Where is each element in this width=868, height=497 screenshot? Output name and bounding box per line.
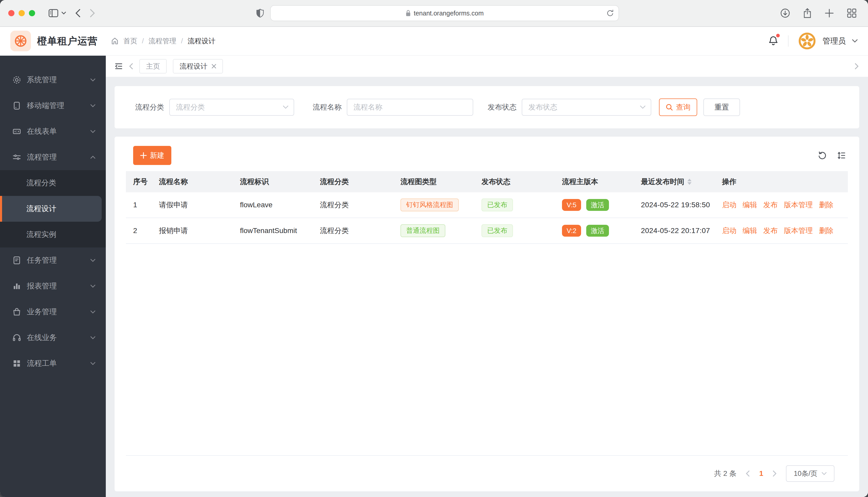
col-published-at[interactable]: 最近发布时间 xyxy=(641,177,722,187)
sidebar-item-report[interactable]: 报表管理 xyxy=(0,273,106,299)
app-logo xyxy=(10,31,31,51)
menu-fold-icon[interactable] xyxy=(114,62,123,70)
plus-icon xyxy=(140,152,147,159)
action-publish-link[interactable]: 发布 xyxy=(763,200,778,210)
col-actions: 操作 xyxy=(722,177,848,187)
chevron-down-icon xyxy=(90,79,95,82)
col-index: 序号 xyxy=(126,177,159,187)
cell-category: 流程分类 xyxy=(320,226,400,236)
url-bar[interactable]: tenant.orangeforms.com xyxy=(270,5,619,21)
sidebar-item-task[interactable]: 任务管理 xyxy=(0,247,106,273)
breadcrumb-home[interactable]: 首页 xyxy=(123,36,137,46)
action-edit-link[interactable]: 编辑 xyxy=(743,200,757,210)
sidebar-item-flow-workorder[interactable]: 流程工单 xyxy=(0,351,106,377)
cell-published-at: 2024-05-22 20:17:07 xyxy=(641,227,722,235)
action-edit-link[interactable]: 编辑 xyxy=(743,226,757,236)
sort-carets-icon[interactable] xyxy=(687,179,691,185)
sidebar-item-flow-category[interactable]: 流程分类 xyxy=(0,170,106,196)
sidebar-item-online-business[interactable]: 在线业务 xyxy=(0,325,106,351)
minimize-window-button[interactable] xyxy=(18,10,25,16)
next-page-icon[interactable] xyxy=(773,470,777,477)
header-divider xyxy=(788,35,788,47)
traffic-lights xyxy=(8,10,35,16)
diagram-type-tag: 普通流程图 xyxy=(400,224,445,237)
table-empty-space xyxy=(126,244,848,455)
sidebar-item-online-form[interactable]: 在线表单 xyxy=(0,118,106,144)
action-start-link[interactable]: 启动 xyxy=(722,200,736,210)
refresh-icon[interactable] xyxy=(818,151,827,160)
action-start-link[interactable]: 启动 xyxy=(722,226,736,236)
notification-bell-icon[interactable] xyxy=(768,35,779,47)
filter-name-input[interactable] xyxy=(347,99,473,115)
user-menu-chevron-icon[interactable] xyxy=(852,39,858,43)
sidebar-item-mobile[interactable]: 移动端管理 xyxy=(0,93,106,118)
status-tag: 已发布 xyxy=(481,224,513,237)
sidebar-item-flow-instance[interactable]: 流程实例 xyxy=(0,222,106,247)
action-publish-link[interactable]: 发布 xyxy=(763,226,778,236)
sidebar-item-system[interactable]: 系统管理 xyxy=(0,67,106,93)
filter-category-select[interactable] xyxy=(169,99,294,116)
breadcrumb-separator: / xyxy=(142,37,144,45)
filter-status-input[interactable] xyxy=(522,99,651,115)
user-name[interactable]: 管理员 xyxy=(823,36,846,46)
chevron-down-icon xyxy=(90,130,95,133)
pagination-total: 共 2 条 xyxy=(714,469,736,479)
filter-panel: 流程分类 流程名称 发布状 xyxy=(114,86,859,128)
sidebar-menu-chevron-icon[interactable] xyxy=(61,12,66,15)
page-size-value: 10条/页 xyxy=(794,469,817,478)
tab-home[interactable]: 主页 xyxy=(139,59,167,73)
downloads-icon[interactable] xyxy=(780,8,790,18)
chevron-down-icon xyxy=(90,362,95,365)
tab-overview-icon[interactable] xyxy=(847,8,857,18)
reset-button[interactable]: 重置 xyxy=(703,98,740,116)
sidebar-item-flow-design[interactable]: 流程设计 xyxy=(0,196,102,222)
form-icon xyxy=(12,127,21,136)
breadcrumb-flow-management[interactable]: 流程管理 xyxy=(149,36,177,46)
browser-chrome: tenant.orangeforms.com xyxy=(0,0,868,27)
reload-icon[interactable] xyxy=(607,9,614,17)
cell-key: flowLeave xyxy=(240,201,320,209)
tab-flow-design[interactable]: 流程设计 xyxy=(173,59,223,73)
action-delete-link[interactable]: 删除 xyxy=(819,200,833,210)
query-button[interactable]: 查询 xyxy=(659,98,697,116)
reset-button-label: 重置 xyxy=(715,102,729,112)
sidebar-item-label: 业务管理 xyxy=(27,307,85,317)
tabs-scroll-left-icon[interactable] xyxy=(129,63,133,70)
action-delete-link[interactable]: 删除 xyxy=(819,226,833,236)
home-icon[interactable] xyxy=(111,37,119,45)
cell-published-at: 2024-05-22 19:58:50 xyxy=(641,201,722,209)
filter-category-input[interactable] xyxy=(170,99,294,115)
share-icon[interactable] xyxy=(803,8,812,18)
new-tab-icon[interactable] xyxy=(825,9,834,18)
prev-page-icon[interactable] xyxy=(746,470,750,477)
privacy-shield-icon[interactable] xyxy=(256,8,264,18)
sidebar-subitem-label: 流程实例 xyxy=(26,229,56,240)
tabs-scroll-right-icon[interactable] xyxy=(855,63,859,70)
forward-button[interactable] xyxy=(90,9,95,17)
cell-name: 请假申请 xyxy=(159,200,240,210)
create-button[interactable]: 新建 xyxy=(133,146,171,165)
app-title: 橙单租户运营 xyxy=(37,34,98,48)
tab-label: 主页 xyxy=(146,61,160,71)
filter-name-field[interactable] xyxy=(347,99,473,116)
cell-key: flowTenantSubmit xyxy=(240,227,320,235)
action-version-link[interactable]: 版本管理 xyxy=(784,200,813,210)
action-version-link[interactable]: 版本管理 xyxy=(784,226,813,236)
sidebar-item-flow-management[interactable]: 流程管理 xyxy=(0,144,106,170)
chevron-down-icon xyxy=(90,310,95,313)
page-size-select[interactable]: 10条/页 xyxy=(786,465,835,482)
close-window-button[interactable] xyxy=(8,10,14,16)
filter-status-select[interactable] xyxy=(522,99,651,116)
zoom-window-button[interactable] xyxy=(29,10,35,16)
filter-category-label: 流程分类 xyxy=(135,102,164,112)
row-height-icon[interactable] xyxy=(837,151,846,160)
close-tab-icon[interactable] xyxy=(211,64,216,69)
sidebar-item-business[interactable]: 业务管理 xyxy=(0,299,106,325)
filter-status-label: 发布状态 xyxy=(488,102,516,112)
user-avatar[interactable] xyxy=(798,32,816,50)
sidebar-toggle-icon[interactable] xyxy=(49,9,58,17)
status-tag: 已发布 xyxy=(481,198,513,211)
col-diagram-type: 流程图类型 xyxy=(400,177,481,187)
back-button[interactable] xyxy=(75,9,81,17)
page-number[interactable]: 1 xyxy=(759,469,763,478)
